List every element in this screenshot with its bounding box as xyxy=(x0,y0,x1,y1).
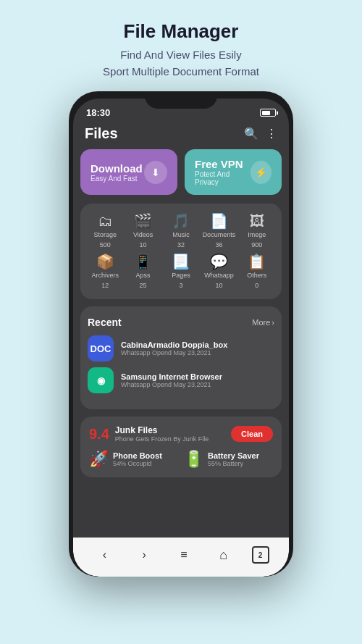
recent-item-icon: DOC xyxy=(88,335,114,361)
app-header: Files 🔍 ⋮ xyxy=(73,121,289,149)
recent-item[interactable]: ◉ Samsung Internet Browser Whatsapp Open… xyxy=(88,367,274,393)
recent-item-name: Samsung Internet Browser xyxy=(121,372,274,381)
file-item[interactable]: 🖼 Imege 900 xyxy=(240,214,274,248)
recent-item[interactable]: DOC CabinaArmadio Doppia_box Whatsapp Op… xyxy=(88,335,274,361)
download-main-label: Download xyxy=(90,162,143,175)
nav-square-button[interactable]: 2 xyxy=(252,546,269,564)
file-item-name: Music xyxy=(172,231,190,238)
utility-card: 9.4 Junk Files Phone Gets Frozen By Junk… xyxy=(80,417,282,477)
file-item[interactable]: 📦 Archivers 12 xyxy=(88,254,122,289)
download-sub-label: Easy And Fast xyxy=(90,175,143,183)
file-item-name: Pages xyxy=(172,272,190,279)
file-item-name: Others xyxy=(247,272,266,279)
page-title: File Manager xyxy=(103,20,259,43)
file-item-count: 32 xyxy=(177,241,185,248)
phone-boost-item[interactable]: 🚀 Phone Boost 54% Occupid xyxy=(89,450,178,469)
phone-frame: 18:30 Files 🔍 ⋮ Download Easy And Fast xyxy=(69,91,293,577)
nav-forward-button[interactable]: › xyxy=(132,543,156,566)
battery-sub: 55% Battery xyxy=(208,460,259,467)
menu-icon: ≡ xyxy=(180,548,187,561)
file-item-name: Archivers xyxy=(91,272,119,279)
clean-button[interactable]: Clean xyxy=(231,426,273,442)
file-item-name: Imege xyxy=(248,231,266,238)
forward-icon: › xyxy=(143,548,146,561)
status-time: 18:30 xyxy=(86,107,110,118)
file-icon-glyph: 🖼 xyxy=(250,214,264,228)
file-item-name: Apss xyxy=(136,272,151,279)
junk-score: 9.4 xyxy=(89,426,109,443)
recent-item-icon: ◉ xyxy=(88,367,114,393)
file-item[interactable]: 📃 Pages 3 xyxy=(164,254,198,289)
file-icon-glyph: 📱 xyxy=(134,254,152,269)
file-item[interactable]: 🗂 Storage 500 xyxy=(88,214,122,248)
page-subtitle: Find And View Files Esily Sport Multiple… xyxy=(103,47,259,80)
file-icon-glyph: 🗂 xyxy=(98,214,112,228)
nav-back-button[interactable]: ‹ xyxy=(93,543,116,566)
recent-title: Recent xyxy=(88,317,122,328)
download-icon: ⬇ xyxy=(144,161,167,184)
home-icon: ⌂ xyxy=(219,548,227,563)
more-icon[interactable]: ⋮ xyxy=(266,127,277,141)
vpn-main-label: Free VPN xyxy=(195,158,251,170)
file-item-name: Videos xyxy=(133,231,153,238)
file-icon-glyph: 🎵 xyxy=(172,214,190,228)
junk-sub: Phone Gets Frozen By Junk File xyxy=(115,435,225,443)
junk-title: Junk Files xyxy=(115,425,225,435)
file-item-count: 12 xyxy=(101,282,109,289)
page-header: File Manager Find And View Files Esily S… xyxy=(88,0,274,91)
file-item-name: Storage xyxy=(93,231,117,238)
recent-card: Recent More › DOC CabinaArmadio Doppia_b… xyxy=(80,306,282,409)
battery-fill xyxy=(262,111,271,115)
file-item[interactable]: 📄 Documents 36 xyxy=(201,214,236,248)
nav-menu-button[interactable]: ≡ xyxy=(172,543,195,566)
nav-bar: ‹ › ≡ ⌂ 2 xyxy=(73,538,289,577)
header-icons: 🔍 ⋮ xyxy=(244,127,277,141)
file-icon-glyph: 📋 xyxy=(248,254,266,269)
utility-bottom: 🚀 Phone Boost 54% Occupid 🔋 Battery Save… xyxy=(89,450,273,469)
file-item-count: 10 xyxy=(140,241,147,248)
nav-home-button[interactable]: ⌂ xyxy=(212,543,235,566)
file-item-count: 0 xyxy=(255,282,258,289)
back-icon: ‹ xyxy=(103,548,106,561)
app-title: Files xyxy=(85,125,118,142)
file-icon-glyph: 📃 xyxy=(172,254,190,269)
recent-items: DOC CabinaArmadio Doppia_box Whatsapp Op… xyxy=(88,335,274,393)
file-grid-card: 🗂 Storage 500 🎬 Videos 10 🎵 Music 32 📄 D… xyxy=(80,204,282,299)
recent-header: Recent More › xyxy=(88,317,274,328)
phone-screen: 18:30 Files 🔍 ⋮ Download Easy And Fast xyxy=(73,99,289,577)
phone-notch xyxy=(145,91,217,109)
battery-saver-icon: 🔋 xyxy=(184,450,203,469)
file-grid: 🗂 Storage 500 🎬 Videos 10 🎵 Music 32 📄 D… xyxy=(88,214,274,289)
battery-saver-item[interactable]: 🔋 Battery Saver 55% Battery xyxy=(184,450,273,469)
square-label: 2 xyxy=(258,551,263,559)
search-icon[interactable]: 🔍 xyxy=(244,127,258,141)
recent-item-meta: Whatsapp Opend May 23,2021 xyxy=(121,381,274,388)
file-item-name: Documents xyxy=(203,231,236,238)
battery-icon xyxy=(260,109,276,117)
boost-icon: 🚀 xyxy=(89,450,109,469)
recent-item-name: CabinaArmadio Doppia_box xyxy=(121,340,274,349)
file-item[interactable]: 📋 Others 0 xyxy=(240,254,274,289)
file-icon-glyph: 📄 xyxy=(210,214,228,228)
file-icon-glyph: 📦 xyxy=(96,254,114,269)
vpn-button[interactable]: Free VPN Potect And Privacy ⚡ xyxy=(185,149,282,195)
file-item-count: 10 xyxy=(215,282,222,289)
battery-title: Battery Saver xyxy=(208,451,259,460)
download-button[interactable]: Download Easy And Fast ⬇ xyxy=(80,149,177,195)
vpn-sub-label: Potect And Privacy xyxy=(195,170,251,186)
boost-title: Phone Boost xyxy=(113,451,162,460)
file-item[interactable]: 🎬 Videos 10 xyxy=(125,214,160,248)
file-item-count: 36 xyxy=(215,241,222,248)
file-item-count: 3 xyxy=(179,282,182,289)
junk-row: 9.4 Junk Files Phone Gets Frozen By Junk… xyxy=(89,425,273,443)
file-icon-glyph: 💬 xyxy=(210,254,228,269)
scroll-content[interactable]: Download Easy And Fast ⬇ Free VPN Potect… xyxy=(73,149,289,538)
file-item[interactable]: 💬 Whatsapp 10 xyxy=(201,254,236,289)
file-item-count: 900 xyxy=(251,241,262,248)
file-item[interactable]: 🎵 Music 32 xyxy=(164,214,198,248)
more-link[interactable]: More › xyxy=(252,318,274,327)
file-item-count: 25 xyxy=(140,282,147,289)
action-buttons: Download Easy And Fast ⬇ Free VPN Potect… xyxy=(80,149,282,195)
file-item[interactable]: 📱 Apss 25 xyxy=(125,254,160,289)
boost-sub: 54% Occupid xyxy=(113,460,162,467)
